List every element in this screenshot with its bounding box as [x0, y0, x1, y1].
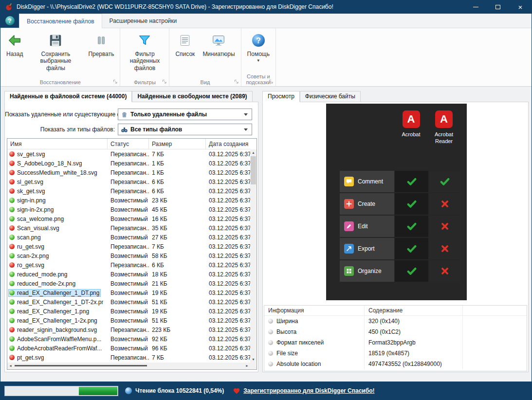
dialog-launcher-icon[interactable] [234, 79, 239, 84]
file-list-vertical-scrollbar[interactable]: ▲ ▼ [250, 149, 257, 363]
column-header-size[interactable]: Размер [149, 139, 206, 149]
save-selected-files-button[interactable]: Сохранить выбранные файлы [27, 29, 84, 72]
file-status-dot [9, 262, 15, 268]
file-date: 03.12.2025 6:37 [206, 197, 250, 204]
table-row[interactable]: read_EX_Challenger_1-2x.pngВозместимый51… [7, 316, 250, 325]
file-size: 6 КБ [149, 188, 206, 195]
column-header-name[interactable]: Имя [7, 139, 108, 149]
table-row[interactable]: SuccessMedium_white_18.svgПерезаписан...… [7, 168, 250, 177]
table-row[interactable]: S_AdobeLogo_18_N.svgПерезаписан...1 КБ03… [7, 159, 250, 168]
scroll-down-icon[interactable]: ▼ [250, 356, 257, 363]
table-row[interactable]: sign-in-2x.pngВозместимый45 КБ03.12.2025… [7, 205, 250, 214]
chevron-down-icon [244, 113, 248, 116]
table-row[interactable]: read_EX_Challenger_1_DT-2x.pngВозместимы… [7, 297, 250, 307]
pause-icon [95, 31, 108, 50]
edit-icon [344, 221, 354, 231]
file-status: Перезаписан... [108, 225, 149, 232]
column-header-date[interactable]: Дата создания [206, 139, 250, 149]
ribbon-group-view: Список Миниатюры Вид [169, 28, 241, 86]
file-size: 1 КБ [149, 169, 206, 176]
filter-found-files-button[interactable]: Фильтр найденных файлов [122, 29, 167, 72]
heart-icon [233, 387, 240, 395]
cross-icon [429, 216, 461, 237]
cross-icon [429, 193, 461, 215]
table-row[interactable]: AdobeAcrobatReaderFromWaf...Возместимый9… [7, 344, 250, 353]
file-name: sk_get.svg [17, 188, 45, 195]
info-value: 450 (0x1C2) [365, 327, 463, 337]
table-row[interactable]: read_EX_Challenger_1_DT.pngВозместимый19… [7, 288, 250, 297]
column-header-status[interactable]: Статус [108, 139, 149, 149]
file-date: 03.12.2025 6:37 [206, 354, 250, 361]
feature-label: Export [358, 245, 375, 252]
info-label: Формат пикселей [276, 339, 324, 346]
scroll-right-icon[interactable]: ► [244, 363, 250, 369]
file-date: 03.12.2025 6:37 [206, 345, 250, 352]
dialog-launcher-icon[interactable] [162, 79, 167, 84]
file-name: pt_get.svg [17, 354, 44, 361]
tab-preview[interactable]: Просмотр [262, 91, 300, 102]
help-menu-button[interactable]: ? [0, 14, 19, 28]
file-name: SuccessMedium_white_18.svg [17, 169, 97, 176]
info-bullet-icon [268, 329, 273, 334]
tab-physical-bytes[interactable]: Физические байты [300, 91, 361, 102]
deleted-files-dropdown[interactable]: Только удаленные файлы [118, 109, 252, 120]
back-button[interactable]: Назад [2, 29, 27, 57]
info-row: Формат пикселейFormat32bppArgb [264, 337, 527, 348]
tab-found-in-filesystem[interactable]: Найденные в файловой системе (44000) [4, 91, 132, 102]
deleted-files-value: Только удаленные файлы [130, 111, 207, 118]
table-row[interactable]: sca_welcome.pngВозместимый16 КБ03.12.202… [7, 214, 250, 223]
table-row[interactable]: Scan_visual.svgПерезаписан...35 КБ03.12.… [7, 223, 250, 233]
table-row[interactable]: pt_get.svgПерезаписан...7 КБ03.12.2025 6… [7, 353, 250, 362]
preview-panel: A Acrobat A Acrobat Reader CommentCreate… [262, 102, 529, 372]
table-row[interactable]: sv_get.svgПерезаписан...7 КБ03.12.2025 6… [7, 149, 250, 159]
table-row[interactable]: reader_signin_background.svgПерезаписан.… [7, 325, 250, 334]
horizontal-scroll-thumb[interactable] [15, 365, 147, 366]
table-row[interactable]: read_EX_Challenger_1.pngВозместимый19 КБ… [7, 307, 250, 316]
close-button[interactable]: × [509, 0, 532, 14]
tab-found-in-freespace[interactable]: Найденные в свободном месте (2089) [132, 91, 252, 102]
abort-button[interactable]: Прервать [84, 29, 118, 57]
info-label: Высота [276, 328, 296, 335]
file-status-dot [9, 309, 15, 314]
file-status: Возместимый [108, 290, 149, 296]
file-status-dot [9, 355, 15, 360]
cross-icon [429, 260, 461, 282]
file-date: 03.12.2025 6:37 [206, 179, 250, 185]
thumbnails-view-button[interactable]: Миниатюры [199, 29, 238, 57]
file-name: sl_get.svg [17, 179, 43, 185]
help-button[interactable]: ? Помощь ▼ [243, 29, 274, 63]
registered-link[interactable]: Зарегистрированно для DiskDigger Спасибо… [243, 387, 374, 394]
scroll-left-icon[interactable]: ◄ [7, 363, 14, 369]
table-row[interactable]: ru_get.svgПерезаписан...7 КБ03.12.2025 6… [7, 242, 250, 251]
table-row[interactable]: ro_get.svgПерезаписан...6 КБ03.12.2025 6… [7, 260, 250, 270]
minimize-button[interactable] [464, 0, 487, 14]
file-list-horizontal-scrollbar[interactable]: ◄ ► [7, 363, 250, 369]
preview-row: Organize [340, 260, 461, 282]
table-row[interactable]: reduced_mode.pngВозместимый18 КБ03.12.20… [7, 270, 250, 279]
file-types-dropdown[interactable]: Все типы файлов [118, 124, 252, 135]
tab-advanced-settings[interactable]: Расширенные настройки [102, 14, 184, 28]
scroll-up-icon[interactable]: ▲ [250, 149, 257, 156]
funnel-icon [137, 31, 152, 50]
list-icon [178, 31, 192, 50]
maximize-button[interactable] [487, 0, 509, 14]
vertical-scroll-thumb[interactable] [251, 156, 256, 184]
dialog-launcher-icon[interactable] [113, 79, 118, 84]
table-row[interactable]: sign-in.pngВозместимый23 КБ03.12.2025 6:… [7, 196, 250, 205]
table-row[interactable]: reduced_mode-2x.pngВозместимый21 КБ03.12… [7, 279, 250, 288]
table-row[interactable]: scan-2x.pngВозместимый58 КБ03.12.2025 6:… [7, 251, 250, 260]
info-bullet-icon [268, 319, 273, 324]
maximize-icon [495, 5, 500, 9]
file-status: Возместимый [108, 299, 149, 306]
table-row[interactable]: AdobeScanFromWaffleMenu.p...Возместимый9… [7, 334, 250, 344]
table-row[interactable]: sl_get.svgПерезаписан...6 КБ03.12.2025 6… [7, 177, 250, 186]
info-row: Absolute location4974743552 (0x128849000… [264, 359, 527, 369]
file-status-dot [9, 336, 15, 342]
tab-file-recovery[interactable]: Восстановление файлов [19, 14, 102, 28]
list-view-button[interactable]: Список [171, 29, 199, 57]
organize-icon [344, 266, 354, 276]
dialog-launcher-icon[interactable] [269, 79, 274, 84]
table-row[interactable]: sk_get.svgПерезаписан...6 КБ03.12.2025 6… [7, 186, 250, 196]
table-row[interactable]: scan.pngВозместимый27 КБ03.12.2025 6:37 [7, 233, 250, 242]
comment-icon [344, 177, 354, 186]
